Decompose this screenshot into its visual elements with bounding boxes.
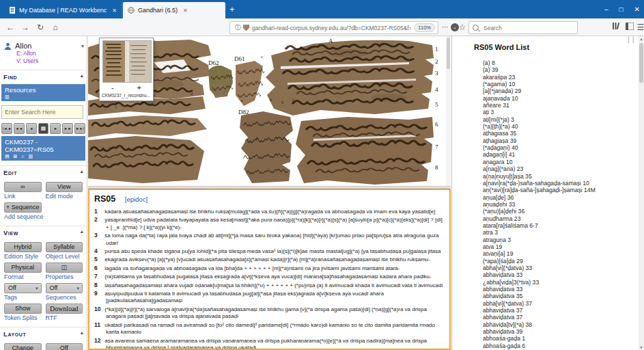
panel-layout-button[interactable]: Change xyxy=(4,343,42,350)
sequences-dropdown[interactable]: Off▾ xyxy=(46,283,83,293)
edition-line-12[interactable]: 12 asa avareṇa samaeṇa aramaramaṇea va d… xyxy=(94,337,445,350)
back-icon[interactable]: ← xyxy=(4,21,16,33)
wordlist-item[interactable]: ¿abha[viḍa]3(*tva) 33 xyxy=(483,279,639,286)
edition-line-11[interactable]: 11 ukaṭaḍi parikasaḍi ṇa ramaḍi ṇa avira… xyxy=(94,321,445,336)
link-button[interactable]: ∞ xyxy=(4,182,42,192)
wordlist-item[interactable]: abhoaśa-gaḍa 6 xyxy=(483,342,639,349)
wordlist-item[interactable]: abhaviḍa[tv](*a) 38 xyxy=(483,321,639,328)
site-info-icon[interactable]: ⓘ xyxy=(235,23,241,32)
wordlist-item[interactable]: (*apa)[śa]ḍa 29 xyxy=(483,258,639,265)
find-section-header[interactable]: Find ▴ xyxy=(0,70,87,82)
wordlist-item[interactable]: atva 19 xyxy=(483,243,639,250)
wordlist-item[interactable]: a[ṇavi]ra(*ḍa-)saña-sahagaḍa-samaṣi 10 xyxy=(483,180,639,187)
window-close-button[interactable]: ✕ xyxy=(634,5,640,13)
edition-line-9[interactable]: 9 aṣuyipuḍipuḍua ti kalamala ti avimucad… xyxy=(94,290,445,305)
nav-first-button[interactable]: I◄◄ xyxy=(1,123,12,134)
tags-dropdown[interactable]: Off▾ xyxy=(4,283,42,293)
manuscript-viewer[interactable]: - + CKM0237_r_reconstru... AD61D62D27D82… xyxy=(88,36,451,186)
url-bar[interactable]: ⓘ gandhari-read-corpus.sydney.edu.au/?db… xyxy=(229,21,438,34)
wordlist-item[interactable]: (*a)[ṭh](*a) 40 xyxy=(483,123,639,130)
selected-resource-banner[interactable]: CKM0237 - CKM0237=RS05 ▤ ⊠ ⌂ ▥ xyxy=(1,136,85,161)
token-splits-button[interactable]: Show xyxy=(4,304,42,314)
format-button[interactable]: Physical xyxy=(4,262,42,273)
wordlist-item[interactable]: aṭhagiasa 35 xyxy=(483,130,639,137)
new-tab-button[interactable]: + xyxy=(229,4,235,14)
scroll-up-icon[interactable]: ▲ xyxy=(639,37,644,41)
epidoc-link[interactable]: [epidoc] xyxy=(125,196,148,203)
overflow-menu-icon[interactable]: ⋯ xyxy=(439,21,451,33)
nav-last-button[interactable]: ►►I xyxy=(74,123,85,134)
wordlist-item[interactable]: abhaviḍatva 39 xyxy=(483,328,639,335)
wordlist-item[interactable]: aṭi 3 xyxy=(483,109,639,116)
bookmark-star-icon[interactable]: ☆ xyxy=(456,21,468,33)
wordlist-item[interactable]: aṇuaḍehi 33 xyxy=(483,201,639,208)
wordlist-item[interactable]: atra 3 xyxy=(483,229,639,236)
edit-mode-button[interactable]: View xyxy=(46,182,83,192)
wordlist-item[interactable]: ajaṇavaḍa 10 xyxy=(483,95,639,102)
url-text[interactable]: gandhari-read-corpus.sydney.edu.au/?db=C… xyxy=(252,25,411,31)
wordlist-item[interactable]: [a](*jaṇaḍa) 29 xyxy=(483,88,639,94)
edition-line-1[interactable]: 1 kaḍara aśuaṣañasahagaḍaṣamaṣi iśe bhik… xyxy=(94,208,445,215)
wordlist-item[interactable]: atvaṇi[a] 19 xyxy=(483,250,639,257)
tab-gandhari[interactable]: Gandhari (6.5) ✕ xyxy=(123,2,225,18)
window-minimize-button[interactable]: – xyxy=(604,5,608,13)
wordlist-item[interactable]: abhaviḍatva 37 xyxy=(483,307,639,314)
thumb-zoom-out-button[interactable]: - xyxy=(111,83,114,92)
collapse-icon[interactable]: ▴ xyxy=(81,73,83,81)
wordlist-item[interactable]: aṭhagiaṣa 39 xyxy=(483,137,639,144)
edition-line-4[interactable]: 4 puriṣa aśu śpeḍa khaḍe śigaṇa pu[ya lo… xyxy=(94,247,445,255)
tracking-shield-icon[interactable] xyxy=(243,25,249,31)
wordlist-item[interactable]: (*aṇu)[a]ḍehi 36 xyxy=(483,208,639,215)
nav-fast-prev-button[interactable]: ◄◄ xyxy=(14,123,25,134)
tab-close-icon[interactable]: ✕ xyxy=(183,8,188,14)
wordlist-item[interactable]: akaraśpa 23 xyxy=(483,74,639,81)
refresh-icon[interactable]: ↻ xyxy=(34,21,46,33)
edition-line-2[interactable]: 2 yaṣapraṇihiḍ[e] udva paḍatala tvayapay… xyxy=(94,216,445,231)
panel-resize-grip[interactable]: ▏▏ xyxy=(628,37,638,43)
edition-line-3[interactable]: 3 śa loma ṇaga da(*ta) raya jala tvaya c… xyxy=(94,232,445,247)
edition-line-8[interactable]: 8 laṣañaṣahagaḍaṣamaṣi ahara vujaḍi oḍaṇ… xyxy=(94,282,445,289)
scroll-thumb[interactable] xyxy=(639,43,643,83)
tab-my-database[interactable]: My Database | READ Workbench ✕ xyxy=(4,2,122,18)
thumbnail-navigator[interactable]: - + CKM0237_r_reconstru... xyxy=(99,38,154,101)
download-rtf-button[interactable]: Download xyxy=(46,304,83,314)
wordlist-item[interactable]: (a) 8 xyxy=(483,59,639,66)
collapse-icon[interactable]: ▴ xyxy=(81,169,83,176)
forward-icon[interactable]: → xyxy=(19,21,31,33)
thumbnail-image[interactable] xyxy=(102,40,152,83)
scroll-down-icon[interactable]: ▼ xyxy=(639,345,644,349)
wordlist-item[interactable]: (*aḍagaṇi) 40 xyxy=(483,144,639,151)
edit-section-header[interactable]: Edit ▴ xyxy=(0,165,87,178)
edition-line-5[interactable]: 5 ekagraḍa avikṣev(*a) [a](*ya) [v]ucadi… xyxy=(94,256,445,263)
wordlist-item[interactable]: (a) 39 xyxy=(483,66,639,73)
wordlist-item[interactable]: a[ṇag](*aria) 23 xyxy=(483,165,639,172)
nav-prev-button[interactable]: ◄ xyxy=(26,123,37,134)
wordlist-item[interactable]: aḍagaṇ[i] 41 xyxy=(483,151,639,158)
wordlist-item[interactable]: a(ṇa)ṇuyu[t]aṣa 35 xyxy=(483,173,639,180)
browser-search-input[interactable] xyxy=(482,24,567,32)
resources-banner[interactable]: Resources ▥ xyxy=(1,84,85,101)
add-sequence-button[interactable]: + Sequence xyxy=(4,202,42,213)
wordlist-item[interactable]: abhaviḍatva 35 xyxy=(483,293,639,299)
nav-next-button[interactable]: ► xyxy=(50,123,61,134)
tab-close-icon[interactable]: ✕ xyxy=(112,8,117,14)
window-maximize-button[interactable]: □ xyxy=(619,5,624,13)
wordlist-item[interactable]: abha[vi](*ḍatva) 33 xyxy=(483,265,639,271)
wordlist-item[interactable]: añeare 31 xyxy=(483,102,639,109)
wordlist-item[interactable]: atara[ra]śaliśama 6-7 xyxy=(483,222,639,229)
sync-scroll-button[interactable]: Off xyxy=(46,343,83,350)
wordlist-item[interactable]: aṇua[ḍe] 36 xyxy=(483,194,639,201)
nav-fast-next-button[interactable]: ►► xyxy=(62,123,73,134)
wordlist-item[interactable]: aṭi[mi](*ja) 3 xyxy=(483,116,639,123)
hamburger-menu-icon[interactable]: ☰ xyxy=(634,21,644,33)
zoom-level-badge[interactable]: 110% xyxy=(414,23,435,32)
edition-line-6[interactable]: 6 lagaḍa va śuñagaragaḍa va abhoaśagaḍa … xyxy=(94,265,445,272)
layout-section-header[interactable]: Layout ▴ xyxy=(0,327,87,339)
library-icon[interactable] xyxy=(610,21,622,33)
thumb-zoom-in-button[interactable]: + xyxy=(137,83,141,92)
wordlist-item[interactable]: atraguṇa 3 xyxy=(483,237,639,243)
wordlist-item[interactable]: abhoaśa-gaḍa 1 xyxy=(483,335,639,342)
properties-button[interactable]: ◫ xyxy=(46,262,83,273)
sidebar-search-input[interactable] xyxy=(1,105,83,119)
user-menu[interactable]: Allon ▾ xyxy=(0,36,87,50)
